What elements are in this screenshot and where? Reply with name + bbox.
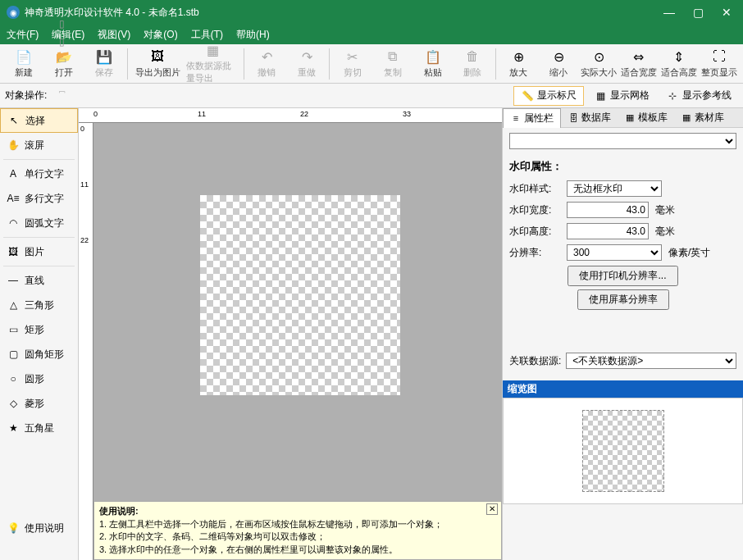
tool-label: 多行文字 (25, 192, 64, 206)
toggle-显示网格[interactable]: ▦显示网格 (587, 86, 656, 106)
tab-属性栏[interactable]: ≡属性栏 (503, 108, 561, 128)
object-selector[interactable] (509, 133, 736, 149)
tool-多行文字[interactable]: A≡多行文字 (0, 186, 78, 211)
canvas[interactable]: ✕ 使用说明: 1. 左侧工具栏中选择一个功能后，在画布区域按住鼠标左键拖动，即… (93, 123, 502, 560)
toolbar-粘贴[interactable]: 📋粘贴 (413, 46, 452, 82)
tool-icon: △ (7, 298, 20, 312)
toolbar-复制: ⧉复制 (373, 46, 412, 82)
tab-模板库[interactable]: ▦模板库 (618, 108, 674, 128)
menu-help[interactable]: 帮助(H) (236, 28, 270, 42)
ruler-horizontal: 0 11 22 33 (79, 108, 502, 123)
toolbar-新建[interactable]: 📄新建 (5, 46, 43, 82)
unit-label: 毫米 (655, 203, 675, 217)
toolbar-重做: ↷重做 (288, 46, 326, 82)
window-title: 神奇透明水印设计软件 4.0 - 未命名1.stb (25, 6, 663, 20)
toolbar-icon: ✂ (344, 48, 361, 65)
toolbar-适合高度[interactable]: ⇕适合高度 (659, 46, 698, 82)
watermark-style-select[interactable]: 无边框水印 (567, 180, 662, 197)
secondary-toolbar: 对象操作: ◈◇◈△ ▯▯▭ ⎴⎵⎶⎷ ⊞⊟ ⊡⊞ 📏显示标尺▦显示网格⊹显示参… (0, 84, 743, 108)
maximize-button[interactable]: ▢ (693, 6, 704, 19)
canvas-area: 0 11 22 33 0 11 22 ✕ 使用说明: 1. 左侧工具栏中选择一个… (79, 108, 502, 560)
tab-label: 模板库 (638, 111, 668, 125)
tab-icon: 🗄 (568, 112, 579, 124)
properties-title: 水印属性： (509, 159, 736, 174)
objop-icon: ▯ (52, 15, 71, 33)
tool-icon: A (7, 167, 20, 180)
tool-单行文字[interactable]: A单行文字 (0, 162, 78, 186)
tool-矩形[interactable]: ▭矩形 (0, 317, 78, 342)
toolbar-label: 适合高度 (661, 66, 697, 79)
tab-icon: ▦ (624, 112, 636, 124)
toolbar-放大[interactable]: ⊕放大 (499, 46, 538, 82)
minimize-button[interactable]: — (663, 6, 675, 19)
toolbar-导出为图片[interactable]: 🖼导出为图片 (131, 46, 185, 82)
help-box-title: 使用说明: (99, 505, 496, 517)
menu-object[interactable]: 对象(O) (144, 28, 177, 42)
tool-icon: ◇ (7, 397, 20, 410)
toolbar-icon: ⊙ (590, 48, 607, 65)
menu-view[interactable]: 视图(V) (98, 28, 130, 42)
close-button[interactable]: ✕ (722, 6, 732, 19)
help-button[interactable]: 💡 使用说明 (0, 516, 79, 540)
tool-icon: ✋ (7, 139, 20, 152)
tool-label: 矩形 (25, 323, 44, 337)
datasource-select[interactable]: <不关联数据源> (566, 353, 736, 369)
thumbnail-preview (582, 410, 664, 492)
objop-icon: ▭ (52, 51, 71, 69)
tab-素材库[interactable]: ▦素材库 (674, 108, 731, 128)
toolbar-label: 适合宽度 (621, 66, 657, 79)
tool-label: 图片 (25, 245, 44, 259)
tool-label: 三角形 (25, 298, 54, 312)
toolbar-整页显示[interactable]: ⛶整页显示 (700, 46, 738, 82)
unit-label: 像素/英寸 (668, 246, 710, 260)
toolbar-实际大小[interactable]: ⊙实际大小 (580, 46, 618, 82)
tool-icon: 🖼 (7, 245, 20, 258)
tool-菱形[interactable]: ◇菱形 (0, 391, 78, 416)
toolbar-icon: 🗑 (464, 48, 481, 65)
tool-图片[interactable]: 🖼图片 (0, 239, 78, 264)
help-box: ✕ 使用说明: 1. 左侧工具栏中选择一个功能后，在画布区域按住鼠标左键拖动，即… (93, 501, 502, 560)
use-screen-dpi-button[interactable]: 使用屏幕分辨率 (577, 289, 669, 310)
watermark-height-input[interactable] (567, 223, 649, 239)
toolbar-icon: ⛶ (711, 48, 727, 65)
menu-tools[interactable]: 工具(T) (191, 28, 223, 42)
toolbar-label: 新建 (15, 66, 33, 79)
toggle-显示标尺[interactable]: 📏显示标尺 (513, 86, 584, 106)
tool-直线[interactable]: —直线 (0, 268, 78, 293)
toolbar-label: 保存 (95, 66, 113, 79)
help-line: 2. 水印中的文字、条码、二维码等对象均可以双击修改； (99, 530, 496, 543)
toolbar-label: 缩小 (549, 66, 568, 79)
toggle-label: 显示参考线 (682, 89, 732, 102)
tool-圆角矩形[interactable]: ▢圆角矩形 (0, 342, 78, 367)
menu-file[interactable]: 文件(F) (7, 28, 39, 42)
tool-滚屏[interactable]: ✋滚屏 (0, 133, 78, 157)
help-line: 1. 左侧工具栏中选择一个功能后，在画布区域按住鼠标左键拖动，即可添加一个对象； (99, 518, 496, 530)
toolbar-label: 依数据源批量导出 (186, 60, 240, 84)
tool-五角星[interactable]: ★五角星 (0, 416, 78, 440)
toolbar-缩小[interactable]: ⊖缩小 (540, 46, 578, 82)
dpi-select[interactable]: 300 (567, 244, 662, 261)
prop-label-dpi: 分辨率: (509, 246, 567, 260)
use-printer-dpi-button[interactable]: 使用打印机分辨率... (568, 266, 677, 286)
toggle-icon: 📏 (521, 89, 534, 102)
watermark-width-input[interactable] (567, 202, 649, 218)
tool-label: 圆角矩形 (25, 348, 64, 362)
tool-选择[interactable]: ↖选择 (0, 108, 78, 133)
tool-三角形[interactable]: △三角形 (0, 293, 78, 317)
tool-圆形[interactable]: ○圆形 (0, 367, 78, 391)
tool-圆弧文字[interactable]: ◠圆弧文字 (0, 211, 78, 235)
tool-icon: A≡ (7, 192, 20, 205)
toolbar-label: 放大 (509, 66, 527, 79)
tool-label: 圆形 (25, 372, 44, 386)
app-icon: ◉ (7, 6, 20, 19)
toggle-显示参考线[interactable]: ⊹显示参考线 (659, 86, 738, 106)
tab-label: 素材库 (695, 111, 724, 125)
help-close-button[interactable]: ✕ (486, 503, 498, 515)
right-panel: ≡属性栏🗄数据库▦模板库▦素材库 水印属性： 水印样式: 无边框水印 水印宽度:… (502, 108, 743, 560)
tab-数据库[interactable]: 🗄数据库 (561, 108, 618, 128)
toolbar-适合宽度[interactable]: ⇔适合宽度 (619, 46, 658, 82)
tool-icon: ▭ (7, 323, 20, 336)
tool-icon: — (7, 274, 20, 287)
tab-label: 属性栏 (524, 112, 554, 125)
thumbnail-body (503, 398, 743, 504)
